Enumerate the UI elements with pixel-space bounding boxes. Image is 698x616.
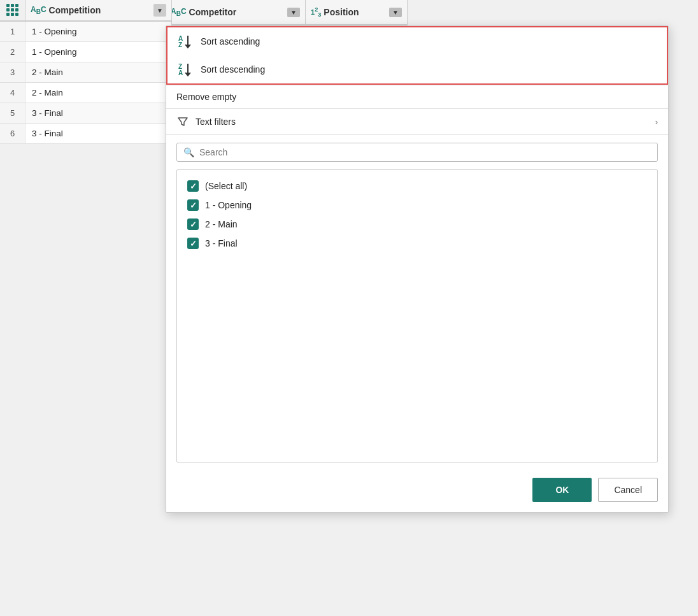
- table-row: 6 3 - Final: [0, 124, 171, 144]
- ok-button[interactable]: OK: [532, 478, 592, 502]
- cell-competition-5: 3 - Final: [25, 103, 171, 123]
- competition-header-label: Competition: [49, 5, 151, 15]
- competitor-type-icon: ABC: [171, 7, 187, 17]
- extra-column-headers: ABC Competitor ▼ 123 Position ▼: [166, 0, 408, 25]
- competitor-dropdown-btn[interactable]: ▼: [287, 8, 300, 17]
- select-all-check-icon: ✓: [190, 182, 197, 190]
- table-row: 5 3 - Final: [0, 103, 171, 124]
- filter-option-label-1: 1 - Opening: [205, 200, 252, 210]
- table-row: 4 2 - Main: [0, 83, 171, 103]
- search-section: 🔍: [166, 135, 668, 167]
- competition-type-icon: ABC: [31, 5, 46, 15]
- svg-text:A: A: [178, 69, 183, 76]
- row-index-3: 3: [0, 62, 25, 82]
- cell-competition-4: 2 - Main: [25, 83, 171, 103]
- competition-column-header: ABC Competition ▼: [25, 0, 171, 20]
- filter-check-icon-2: ✓: [190, 220, 197, 229]
- sort-section: A Z Sort ascending Z A Sort descending: [166, 26, 668, 85]
- row-index-2: 2: [0, 42, 25, 62]
- filter-checkbox-list[interactable]: ✓ (Select all) ✓ 1 - Opening ✓ 2 - Main …: [176, 169, 658, 462]
- filter-check-icon-1: ✓: [190, 201, 197, 210]
- text-filters-chevron: ›: [655, 117, 658, 127]
- cell-competition-3: 2 - Main: [25, 62, 171, 82]
- sort-descending-item[interactable]: Z A Sort descending: [167, 55, 667, 83]
- row-index-header: [0, 0, 25, 20]
- svg-text:Z: Z: [178, 41, 182, 48]
- footer-buttons: OK Cancel: [166, 470, 668, 512]
- filter-option-3[interactable]: ✓ 3 - Final: [185, 234, 650, 253]
- row-index-6: 6: [0, 124, 25, 143]
- sort-ascending-label: Sort ascending: [201, 36, 260, 47]
- table-row: 1 1 - Opening: [0, 22, 171, 42]
- text-filters-label: Text filters: [196, 117, 236, 127]
- competitor-header-label: Competitor: [189, 7, 237, 17]
- cell-competition-6: 3 - Final: [25, 124, 171, 143]
- search-icon: 🔍: [183, 147, 194, 157]
- remove-empty-label: Remove empty: [176, 92, 236, 102]
- text-filters-item[interactable]: Text filters ›: [166, 109, 668, 134]
- sort-ascending-item[interactable]: A Z Sort ascending: [167, 27, 667, 55]
- filter-option-2[interactable]: ✓ 2 - Main: [185, 215, 650, 234]
- competition-dropdown-btn[interactable]: ▼: [153, 4, 166, 17]
- sort-ascending-icon: A Z: [178, 34, 193, 49]
- select-all-label: (Select all): [205, 181, 247, 191]
- table-grid-icon: [6, 4, 19, 17]
- filter-checkbox-1[interactable]: ✓: [187, 199, 199, 211]
- remove-empty-item[interactable]: Remove empty: [166, 85, 668, 108]
- position-type-icon: 123: [311, 6, 321, 18]
- sort-descending-label: Sort descending: [201, 64, 265, 75]
- filter-check-icon-3: ✓: [190, 240, 197, 248]
- position-column-header: 123 Position ▼: [306, 0, 408, 25]
- filter-checkbox-2[interactable]: ✓: [187, 218, 199, 230]
- row-index-5: 5: [0, 103, 25, 123]
- competitor-column-header: ABC Competitor ▼: [166, 0, 306, 25]
- filter-dropdown-panel: A Z Sort ascending Z A Sort descending: [166, 25, 669, 513]
- search-input[interactable]: [199, 147, 651, 157]
- sort-descending-icon: Z A: [178, 62, 193, 77]
- table-area: ABC Competition ▼ 1 1 - Opening 2 1 - Op…: [0, 0, 172, 144]
- row-index-4: 4: [0, 83, 25, 103]
- table-row: 2 1 - Opening: [0, 42, 171, 62]
- table-row: 3 2 - Main: [0, 62, 171, 83]
- position-dropdown-btn[interactable]: ▼: [389, 8, 402, 17]
- filter-option-label-3: 3 - Final: [205, 238, 238, 248]
- search-box[interactable]: 🔍: [176, 143, 658, 162]
- filter-select-all-item[interactable]: ✓ (Select all): [185, 176, 650, 196]
- select-all-checkbox[interactable]: ✓: [187, 180, 199, 192]
- filter-option-1[interactable]: ✓ 1 - Opening: [185, 196, 650, 215]
- filter-icon: [176, 115, 189, 128]
- row-index-1: 1: [0, 22, 25, 41]
- cell-competition-1: 1 - Opening: [25, 22, 171, 41]
- position-header-label: Position: [324, 7, 359, 17]
- cancel-button[interactable]: Cancel: [598, 478, 658, 502]
- filter-option-label-2: 2 - Main: [205, 219, 238, 229]
- table-header-row: ABC Competition ▼: [0, 0, 171, 22]
- cell-competition-2: 1 - Opening: [25, 42, 171, 62]
- filter-checkbox-3[interactable]: ✓: [187, 238, 199, 249]
